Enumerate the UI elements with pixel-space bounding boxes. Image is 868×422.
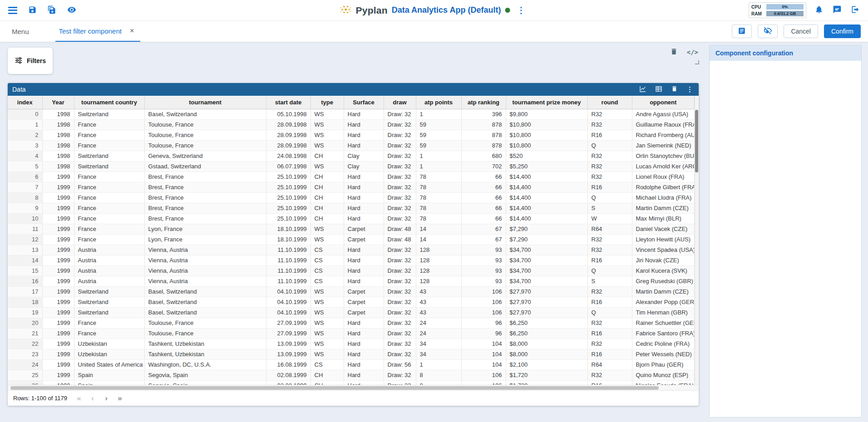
table-cell: Quino Munoz (ESP): [632, 370, 695, 380]
component-canvas: </> Filters Data: [0, 42, 705, 422]
table-cell: France: [74, 130, 144, 140]
table-cell: 27.09.1999: [266, 328, 311, 339]
notes-tool-button[interactable]: [732, 25, 752, 38]
delete-node-button[interactable]: [670, 84, 679, 94]
table-cell: 1999: [42, 213, 74, 224]
table-cell: 14: [8, 255, 42, 265]
tab-test-filter-component[interactable]: Test filter component ×: [55, 21, 141, 42]
canvas-toolbar: </>: [669, 47, 699, 58]
confirm-button[interactable]: Confirm: [824, 25, 861, 38]
tab-menu[interactable]: Menu: [12, 21, 29, 42]
table-cell: Lleyton Hewitt (AUS): [632, 234, 695, 245]
table-cell: Gstaad, Switzerland: [144, 161, 266, 172]
tab-close-button[interactable]: ×: [127, 27, 137, 35]
panel-more-button[interactable]: ⋮: [686, 84, 694, 94]
filters-component[interactable]: Filters: [8, 48, 53, 74]
table-cell: 59: [416, 119, 461, 130]
last-page-button[interactable]: »: [114, 394, 125, 402]
table-cell: Hard: [344, 359, 384, 370]
table-cell: 1998: [42, 119, 74, 130]
table-cell: 1999: [42, 245, 74, 255]
table-cell: Hard: [344, 245, 384, 255]
table-cell: 02.08.1999: [266, 380, 311, 385]
table-cell: 28.09.1998: [266, 140, 311, 151]
preview-button[interactable]: [66, 4, 77, 16]
first-page-button[interactable]: «: [74, 394, 84, 402]
column-header[interactable]: start date: [266, 96, 311, 109]
column-header[interactable]: tournament country: [74, 96, 144, 109]
show-table-button[interactable]: [654, 84, 663, 95]
column-header[interactable]: atp ranking: [461, 96, 506, 109]
table-cell: Brest, France: [144, 172, 266, 182]
table-cell: $14,400: [506, 213, 587, 224]
column-header[interactable]: draw: [384, 96, 416, 109]
column-header[interactable]: round: [587, 96, 632, 109]
table-cell: R64: [587, 224, 632, 234]
chat-button[interactable]: [832, 4, 843, 16]
data-grid-footer: Rows: 1-100 of 1179 « ‹ › »: [8, 390, 699, 406]
table-cell: 25.10.1999: [266, 172, 311, 182]
table-cell: Cedric Pioline (FRA): [632, 339, 695, 349]
vertical-scrollbar[interactable]: [695, 96, 699, 385]
table-cell: 680: [461, 151, 506, 161]
save-button[interactable]: [27, 5, 38, 16]
previous-page-button[interactable]: ‹: [87, 394, 98, 402]
table-cell: Basel, Switzerland: [144, 286, 266, 297]
table-cell: Hard: [344, 265, 384, 276]
table-cell: 18.10.1999: [266, 234, 311, 245]
column-header[interactable]: tournament prize money: [506, 96, 587, 109]
menu-hamburger-button[interactable]: [7, 4, 18, 16]
table-cell: 1999: [42, 328, 74, 339]
table-cell: Hard: [344, 370, 384, 380]
table-cell: 1998: [42, 140, 74, 151]
next-page-button[interactable]: ›: [101, 394, 112, 402]
cancel-button[interactable]: Cancel: [784, 25, 818, 38]
vertical-scrollbar-thumb[interactable]: [695, 110, 698, 172]
table-cell: Segovia, Spain: [144, 380, 266, 385]
table-cell: Greg Rusedski (GBR): [632, 276, 695, 286]
table-cell: Daniel Vacek (CZE): [632, 224, 695, 234]
table-cell: 1998: [42, 130, 74, 140]
table-row: 01998SwitzerlandBasel, Switzerland05.10.…: [8, 109, 695, 119]
table-cell: R32: [587, 286, 632, 297]
column-header[interactable]: Surface: [344, 96, 384, 109]
table-cell: 78: [416, 192, 461, 203]
data-panel-header[interactable]: Data: [8, 83, 699, 96]
notifications-button[interactable]: [814, 4, 824, 16]
table-cell: United States of America: [74, 359, 144, 370]
hide-preview-button[interactable]: [758, 25, 778, 38]
table-cell: Hard: [344, 328, 384, 339]
table-cell: Toulouse, France: [144, 140, 266, 151]
table-row: 61999FranceBrest, France25.10.1999CHHard…: [8, 172, 695, 182]
save-all-button[interactable]: [47, 5, 57, 16]
table-cell: Brest, France: [144, 213, 266, 224]
resize-handle[interactable]: [695, 60, 699, 64]
column-header[interactable]: type: [311, 96, 344, 109]
status-online-dot: [505, 8, 510, 13]
logout-button[interactable]: [850, 4, 861, 16]
column-header[interactable]: tournament: [144, 96, 266, 109]
table-cell: R16: [587, 380, 632, 385]
table-cell: $8,000: [506, 339, 587, 349]
view-code-button[interactable]: </>: [686, 48, 699, 57]
table-cell: Tim Henman (GBR): [632, 307, 695, 318]
column-header[interactable]: atp points: [416, 96, 461, 109]
table-cell: France: [74, 140, 144, 151]
column-header[interactable]: Year: [42, 96, 74, 109]
content-area: </> Filters Data: [0, 42, 868, 422]
column-header[interactable]: index: [8, 96, 42, 109]
table-cell: France: [74, 203, 144, 213]
horizontal-scrollbar-thumb[interactable]: [10, 386, 659, 390]
app-more-button[interactable]: ⋮: [514, 5, 528, 15]
table-cell: France: [74, 119, 144, 130]
table-cell: Spain: [74, 380, 144, 385]
table-row: 161999AustriaVienna, Austria11.10.1999CS…: [8, 276, 695, 286]
horizontal-scrollbar[interactable]: [8, 385, 699, 390]
delete-component-button[interactable]: [669, 47, 679, 58]
table-cell: Lyon, France: [144, 224, 266, 234]
table-cell: Rainer Schuettler (GER): [632, 318, 695, 328]
show-chart-button[interactable]: [638, 84, 647, 95]
table-cell: 878: [461, 140, 506, 151]
column-header[interactable]: opponent: [632, 96, 695, 109]
table-cell: Austria: [74, 245, 144, 255]
